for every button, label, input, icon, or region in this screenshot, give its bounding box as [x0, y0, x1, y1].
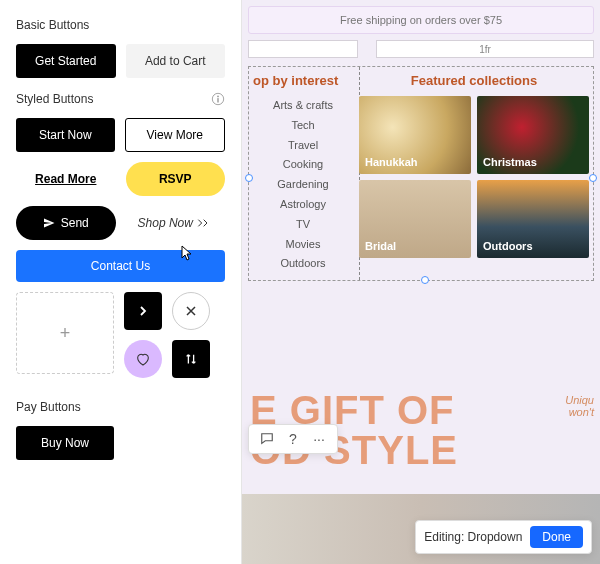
list-item[interactable]: Movies [253, 235, 353, 255]
interest-list: Arts & crafts Tech Travel Cooking Garden… [253, 96, 353, 274]
paper-plane-icon [43, 217, 55, 229]
tile-label: Christmas [483, 156, 537, 168]
list-item[interactable]: Cooking [253, 155, 353, 175]
components-panel: Basic Buttons Get Started Add to Cart St… [0, 0, 242, 564]
collection-tile-bridal[interactable]: Bridal [359, 180, 471, 258]
tile-label: Outdoors [483, 240, 533, 252]
comment-icon[interactable] [259, 431, 275, 447]
start-now-button[interactable]: Start Now [16, 118, 115, 152]
editing-status-bar: Editing: Dropdown Done [415, 520, 592, 554]
context-toolbar: ? ··· [248, 424, 338, 454]
send-label: Send [61, 216, 89, 230]
favorite-button[interactable] [124, 340, 162, 378]
list-item[interactable]: Gardening [253, 175, 353, 195]
shop-now-button[interactable]: Shop Now [126, 206, 226, 240]
send-button[interactable]: Send [16, 206, 116, 240]
svg-point-1 [217, 96, 219, 98]
pay-buttons-title: Pay Buttons [16, 400, 225, 414]
selected-section[interactable]: op by interest Arts & crafts Tech Travel… [248, 66, 594, 281]
sort-button[interactable] [172, 340, 210, 378]
resize-handle-right[interactable] [589, 174, 597, 182]
plus-icon: + [60, 323, 71, 344]
list-item[interactable]: TV [253, 215, 353, 235]
collection-tile-christmas[interactable]: Christmas [477, 96, 589, 174]
help-icon[interactable]: ? [285, 431, 301, 447]
collection-tile-outdoors[interactable]: Outdoors [477, 180, 589, 258]
info-icon[interactable] [211, 92, 225, 106]
hero-subtext: Uniqu won't [565, 394, 594, 418]
tile-label: Hanukkah [365, 156, 418, 168]
collection-tile-hanukkah[interactable]: Hanukkah [359, 96, 471, 174]
featured-collections-column: Featured collections Hanukkah Christmas … [359, 73, 589, 274]
double-chevron-right-icon [197, 218, 213, 228]
list-item[interactable]: Travel [253, 136, 353, 156]
resize-handle-left[interactable] [245, 174, 253, 182]
list-item[interactable]: Astrology [253, 195, 353, 215]
basic-buttons-title: Basic Buttons [16, 18, 225, 32]
promo-banner: Free shipping on orders over $75 [248, 6, 594, 34]
list-item[interactable]: Arts & crafts [253, 96, 353, 116]
chevron-right-icon [138, 306, 148, 316]
close-button[interactable] [172, 292, 210, 330]
grid-ruler: 1fr [248, 40, 594, 60]
tile-label: Bridal [365, 240, 396, 252]
rsvp-button[interactable]: RSVP [126, 162, 226, 196]
editing-label: Editing: Dropdown [424, 530, 522, 544]
view-more-button[interactable]: View More [125, 118, 226, 152]
ruler-label: 1fr [376, 40, 594, 58]
sort-arrows-icon [184, 352, 198, 366]
chevron-right-button[interactable] [124, 292, 162, 330]
list-item[interactable]: Tech [253, 116, 353, 136]
add-to-cart-button[interactable]: Add to Cart [126, 44, 226, 78]
list-item[interactable]: Outdoors [253, 254, 353, 274]
get-started-button[interactable]: Get Started [16, 44, 116, 78]
done-button[interactable]: Done [530, 526, 583, 548]
shop-now-label: Shop Now [138, 216, 193, 230]
close-icon [185, 305, 197, 317]
featured-title: Featured collections [359, 73, 589, 88]
styled-buttons-title: Styled Buttons [16, 92, 93, 106]
pointer-cursor-icon [178, 245, 194, 263]
interest-title: op by interest [253, 73, 353, 88]
shop-by-interest-column: op by interest Arts & crafts Tech Travel… [253, 73, 353, 274]
svg-rect-2 [217, 98, 218, 102]
resize-handle-bottom[interactable] [421, 276, 429, 284]
heart-icon [135, 351, 151, 367]
buy-now-button[interactable]: Buy Now [16, 426, 114, 460]
editor-canvas[interactable]: Free shipping on orders over $75 1fr op … [242, 0, 600, 564]
add-component-placeholder[interactable]: + [16, 292, 114, 374]
more-icon[interactable]: ··· [311, 431, 327, 447]
read-more-button[interactable]: Read More [16, 162, 116, 196]
